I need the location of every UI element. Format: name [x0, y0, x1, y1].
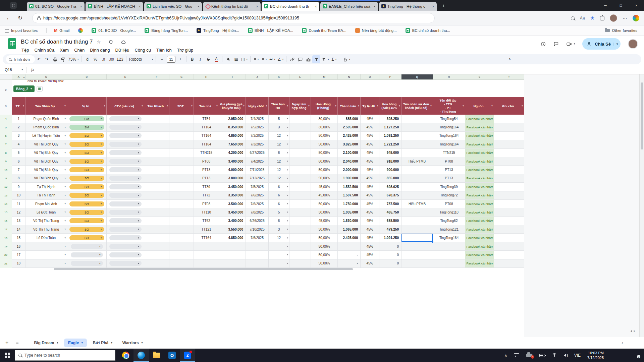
text-wrap-icon[interactable]: ↩▾: [268, 55, 276, 63]
cell-Q20[interactable]: [401, 251, 433, 259]
cell-M21[interactable]: 50,00%: [311, 259, 338, 268]
bookmark-item[interactable]: Bảng hàng TingTon...: [145, 28, 188, 33]
dropdown-icon[interactable]: ▾: [491, 169, 493, 171]
cell-Q5[interactable]: [401, 123, 433, 131]
cell-Q8[interactable]: [401, 149, 433, 157]
column-header-doitac[interactable]: Tên đối tác - TTN - PT - TingTong▼: [433, 97, 465, 115]
cell-D19[interactable]: ▾: [67, 242, 107, 251]
copilot-icon[interactable]: [633, 15, 639, 21]
filter-icon[interactable]: ▼: [335, 104, 337, 108]
dropdown-icon[interactable]: ▾: [138, 220, 139, 222]
cell-D5[interactable]: SM▾: [67, 123, 107, 131]
column-header-tyle[interactable]: Tỷ lệ HH▼: [361, 97, 379, 115]
cell-N12[interactable]: 1.552.500: [338, 183, 361, 191]
filter-icon[interactable]: ▼: [191, 104, 193, 108]
cell-N14[interactable]: 1.750.000: [338, 200, 361, 208]
cell-E19[interactable]: ▾: [107, 242, 144, 251]
insert-chart-icon[interactable]: [304, 55, 312, 63]
vertical-scrollbar[interactable]: [639, 74, 644, 337]
dropdown-icon[interactable]: ▾: [101, 220, 102, 222]
cell-O20[interactable]: 45%: [361, 251, 379, 259]
cell-G21[interactable]: [169, 259, 194, 268]
cell-N21[interactable]: -: [338, 259, 361, 268]
column-letter-O[interactable]: O: [361, 74, 379, 80]
browser-menu-icon[interactable]: ⋯: [623, 15, 627, 21]
cell-T16[interactable]: [494, 217, 524, 225]
cell-E7[interactable]: ▾: [107, 140, 144, 148]
dropdown-icon[interactable]: ▾: [138, 126, 139, 129]
decrease-decimal-icon[interactable]: .0←: [100, 55, 108, 63]
dropdown-icon[interactable]: ▾: [491, 152, 493, 154]
cell-F14[interactable]: [144, 200, 169, 208]
cell-K18[interactable]: 12▾: [269, 234, 289, 242]
cell-F15[interactable]: [144, 208, 169, 217]
cell-C10[interactable]: Vũ Thị Bích Quy▾: [25, 166, 67, 174]
dropdown-icon[interactable]: ▾: [101, 237, 102, 239]
add-sheet-icon[interactable]: +: [5, 340, 8, 346]
cell-K17[interactable]: 3▾: [269, 225, 289, 234]
row-header-19[interactable]: 19: [0, 242, 12, 251]
ctv-pill[interactable]: ▾: [109, 159, 142, 164]
font-size-decrease[interactable]: −: [158, 55, 166, 63]
cell-A18[interactable]: 15: [12, 234, 25, 242]
cell-G15[interactable]: [169, 208, 194, 217]
cell-R16[interactable]: TingTong62: [433, 217, 465, 225]
cell-P14[interactable]: 787.500: [379, 200, 401, 208]
cell-N15[interactable]: 1.035.000: [338, 208, 361, 217]
cell-N17[interactable]: 1.065.000: [338, 225, 361, 234]
cell-S6[interactable]: Facebook cá nhân▾: [465, 132, 494, 140]
cell-R12[interactable]: TingTong39: [433, 183, 465, 191]
cell-P6[interactable]: 1.091.250: [379, 132, 401, 140]
cell-S20[interactable]: Facebook cá nhân▾: [465, 251, 494, 259]
cell-O9[interactable]: 45%: [361, 157, 379, 166]
cell-J11[interactable]: 7/12/2025: [246, 174, 269, 183]
cell-G14[interactable]: [169, 200, 194, 208]
hidden-column-marker[interactable]: ◂▸: [23, 76, 24, 78]
browser-tab[interactable]: TingTong - Hệ thống c×: [379, 2, 437, 11]
browser-tab[interactable]: 01. BC SO - Google Tra×: [27, 2, 85, 11]
cell-S9[interactable]: Facebook cá nhân▾: [465, 157, 494, 166]
row-header-8[interactable]: 8: [0, 149, 12, 157]
borders-icon[interactable]: ▦: [232, 55, 240, 63]
column-header-han[interactable]: Thời hạn HĐ▼: [269, 97, 289, 115]
position-pill[interactable]: ▾: [71, 252, 103, 257]
cell-K20[interactable]: ▾: [269, 251, 289, 259]
column-letter-L[interactable]: L: [289, 74, 311, 80]
position-pill[interactable]: ▾: [71, 261, 103, 266]
ctv-pill[interactable]: ▾: [109, 218, 142, 223]
cell-L16[interactable]: [289, 217, 311, 225]
cell-N9[interactable]: 2.040.000: [338, 157, 361, 166]
dropdown-icon[interactable]: ▾: [491, 126, 493, 129]
cell-R5[interactable]: TingTong164: [433, 123, 465, 131]
cell-P13[interactable]: 678.375: [379, 191, 401, 200]
cell-P8[interactable]: 945.000: [379, 149, 401, 157]
cell-D10[interactable]: SO▾: [67, 166, 107, 174]
cell-I13[interactable]: 3.350.000: [219, 191, 246, 200]
cell-I8[interactable]: 4.200.000: [219, 149, 246, 157]
filter-icon[interactable]: ▼: [398, 104, 400, 108]
row-header-2[interactable]: 2: [0, 83, 12, 97]
cell-H6[interactable]: TT164: [194, 132, 219, 140]
cell-F13[interactable]: [144, 191, 169, 200]
cell-O6[interactable]: 45%: [361, 132, 379, 140]
extensions-icon[interactable]: [600, 16, 604, 20]
battery-icon[interactable]: [539, 354, 545, 357]
dropdown-icon[interactable]: ▾: [64, 228, 66, 231]
cell-D20[interactable]: ▾: [67, 251, 107, 259]
cell-H9[interactable]: PT08: [194, 157, 219, 166]
row-header-5[interactable]: 5: [0, 123, 12, 131]
cell-M16[interactable]: 45,00%: [311, 217, 338, 225]
cell-N8[interactable]: 2.100.000: [338, 149, 361, 157]
dropdown-icon[interactable]: ▾: [64, 262, 66, 265]
dropdown-icon[interactable]: ▾: [491, 237, 493, 239]
cell-M20[interactable]: 50,00%: [311, 251, 338, 259]
cell-G17[interactable]: [169, 225, 194, 234]
dropdown-icon[interactable]: ▾: [491, 177, 493, 180]
cell-A10[interactable]: 7: [12, 166, 25, 174]
sheet-tab-bứt-phá[interactable]: Bứt Phá▾: [89, 339, 116, 347]
position-pill[interactable]: SO▾: [69, 167, 104, 172]
column-letter-P[interactable]: P: [379, 74, 401, 80]
dropdown-icon[interactable]: ▾: [491, 185, 493, 188]
ctv-pill[interactable]: ▾: [109, 150, 142, 155]
filter-icon[interactable]: ▼: [141, 104, 143, 108]
